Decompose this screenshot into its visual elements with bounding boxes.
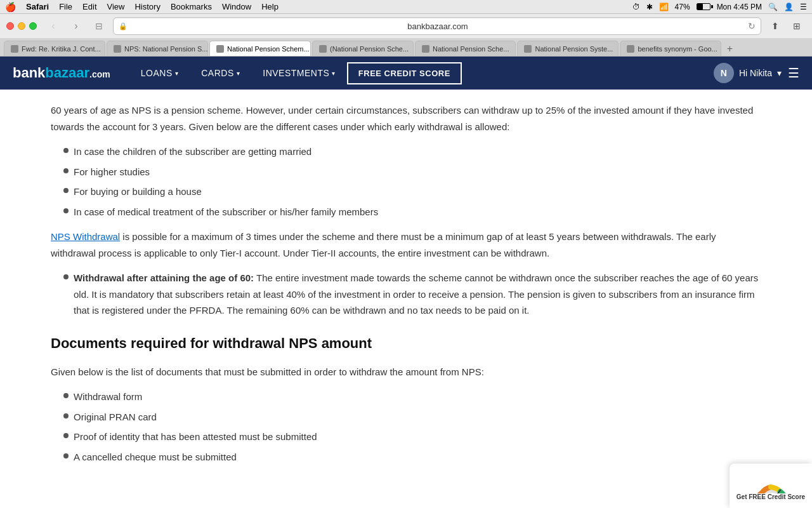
tab-favicon-5 bbox=[524, 45, 532, 53]
add-tab-button[interactable]: ⊞ bbox=[788, 17, 806, 35]
time-history-icon: ⏱ bbox=[632, 3, 640, 11]
investments-label: INVESTMENTS bbox=[263, 68, 329, 78]
user-icon[interactable]: 👤 bbox=[784, 3, 794, 11]
investments-nav-item[interactable]: INVESTMENTS ▾ bbox=[251, 57, 347, 90]
doc-dot-1 bbox=[63, 413, 69, 418]
credit-score-widget[interactable]: Get FREE Credit Score bbox=[730, 464, 812, 508]
window-menu[interactable]: Window bbox=[222, 2, 251, 11]
traffic-lights bbox=[6, 22, 37, 30]
list-icon[interactable]: ☰ bbox=[800, 3, 807, 11]
avatar: N bbox=[714, 63, 734, 83]
doc-text-2: Proof of identity that has been attested… bbox=[74, 429, 317, 445]
tab-4[interactable]: National Pension Sche... bbox=[415, 41, 516, 56]
back-button[interactable]: ‹ bbox=[44, 17, 62, 35]
tab-label-5: National Pension Syste... bbox=[535, 45, 613, 53]
intro-paragraph: 60 years of age as NPS is a pension sche… bbox=[51, 102, 761, 135]
withdrawal-age-bullets: Withdrawal after attaining the age of 60… bbox=[63, 270, 761, 319]
share-button[interactable]: ⬆ bbox=[766, 17, 784, 35]
navbar: bankbazaar.com LOANS ▾ CARDS ▾ INVESTMEN… bbox=[0, 57, 812, 90]
tab-label-6: benefits synonym - Goo... bbox=[638, 45, 717, 53]
bullet-dot-3 bbox=[63, 208, 69, 213]
loans-caret-icon: ▾ bbox=[175, 70, 179, 77]
early-withdrawal-bullets: In case the children of the subscriber a… bbox=[63, 144, 761, 220]
maximize-window-button[interactable] bbox=[29, 22, 37, 30]
doc-item-2: Proof of identity that has been attested… bbox=[63, 429, 761, 445]
history-menu[interactable]: History bbox=[134, 2, 160, 11]
minimize-window-button[interactable] bbox=[18, 22, 25, 30]
user-profile[interactable]: N Hi Nikita ▾ bbox=[714, 63, 782, 83]
gauge-chart bbox=[749, 471, 793, 493]
tab-2[interactable]: National Pension Schem... bbox=[209, 41, 311, 56]
nps-withdrawal-para: NPS Withdrawal is possible for a maximum… bbox=[51, 229, 761, 261]
doc-item-1: Original PRAN card bbox=[63, 409, 761, 425]
bullet-text-3: In case of medical treatment of the subs… bbox=[74, 204, 378, 220]
withdrawal-age-text: Withdrawal after attaining the age of 60… bbox=[74, 270, 761, 319]
doc-dot-3 bbox=[63, 453, 69, 458]
cards-nav-item[interactable]: CARDS ▾ bbox=[190, 57, 251, 90]
gauge-svg bbox=[749, 471, 793, 493]
investments-caret-icon: ▾ bbox=[332, 70, 336, 77]
tab-label-1: NPS: National Pension S... bbox=[124, 45, 207, 53]
tab-5[interactable]: National Pension Syste... bbox=[517, 41, 619, 56]
bullet-dot-1 bbox=[63, 168, 69, 173]
nav-right: N Hi Nikita ▾ ☰ bbox=[714, 63, 799, 83]
documents-section-heading: Documents required for withdrawal NPS am… bbox=[51, 331, 761, 355]
widget-label: Get FREE Credit Score bbox=[737, 493, 805, 500]
battery-text: 47% bbox=[675, 3, 690, 11]
cards-caret-icon: ▾ bbox=[237, 70, 240, 77]
tab-favicon-4 bbox=[422, 45, 429, 53]
free-credit-score-button[interactable]: FREE CREDIT SCORE bbox=[347, 62, 462, 84]
bullet-dot-0 bbox=[63, 148, 69, 153]
new-tab-button[interactable]: + bbox=[723, 42, 737, 56]
bullet-dot-age bbox=[63, 274, 69, 279]
doc-item-3: A cancelled cheque must be submitted bbox=[63, 449, 761, 465]
withdrawal-bold-title: Withdrawal after attaining the age of 60… bbox=[74, 272, 254, 283]
hamburger-icon[interactable]: ☰ bbox=[788, 65, 799, 81]
tab-3[interactable]: (National Pension Sche... bbox=[312, 41, 414, 56]
nav-items: LOANS ▾ CARDS ▾ INVESTMENTS ▾ FREE CREDI… bbox=[129, 57, 462, 90]
bluetooth-icon: ✱ bbox=[646, 3, 653, 11]
close-window-button[interactable] bbox=[6, 22, 14, 30]
main-content: 60 years of age as NPS is a pension sche… bbox=[0, 90, 812, 508]
user-caret-icon: ▾ bbox=[777, 68, 782, 78]
nps-withdrawal-link[interactable]: NPS Withdrawal bbox=[51, 231, 120, 242]
bullet-item-3: In case of medical treatment of the subs… bbox=[63, 204, 761, 220]
apple-menu[interactable]: 🍎 bbox=[5, 2, 16, 12]
tab-1[interactable]: NPS: National Pension S... bbox=[107, 41, 208, 56]
tab-favicon-3 bbox=[319, 45, 327, 53]
tabs-bar: Fwd: Re. Kritika J. Cont... NPS: Nationa… bbox=[0, 38, 812, 56]
doc-text-0: Withdrawal form bbox=[74, 389, 142, 405]
withdrawal-age-item: Withdrawal after attaining the age of 60… bbox=[63, 270, 761, 319]
doc-item-0: Withdrawal form bbox=[63, 389, 761, 405]
tab-favicon-2 bbox=[216, 45, 224, 53]
lock-icon: 🔒 bbox=[119, 22, 128, 30]
doc-dot-0 bbox=[63, 393, 69, 398]
address-bar[interactable]: 🔒 bankbazaar.com ↻ bbox=[113, 17, 761, 35]
tab-label-3: (National Pension Sche... bbox=[330, 45, 409, 53]
bookmarks-menu[interactable]: Bookmarks bbox=[171, 2, 212, 11]
withdrawal-para-text: is possible for a maximum of 3 times und… bbox=[51, 231, 716, 258]
loans-nav-item[interactable]: LOANS ▾ bbox=[129, 57, 190, 90]
view-menu[interactable]: View bbox=[107, 2, 125, 11]
bullet-text-1: For higher studies bbox=[74, 164, 150, 180]
file-menu[interactable]: File bbox=[59, 2, 72, 11]
sidebar-button[interactable]: ⊟ bbox=[90, 17, 108, 35]
forward-button[interactable]: › bbox=[67, 17, 85, 35]
bullet-dot-2 bbox=[63, 188, 69, 193]
browser-chrome: ‹ › ⊟ 🔒 bankbazaar.com ↻ ⬆ ⊞ Fwd: Re. Kr… bbox=[0, 14, 812, 57]
tab-6[interactable]: benefits synonym - Goo... bbox=[620, 41, 721, 56]
bankbazaar-logo[interactable]: bankbazaar.com bbox=[13, 65, 110, 81]
loans-label: LOANS bbox=[141, 68, 173, 78]
reload-button[interactable]: ↻ bbox=[748, 21, 756, 31]
search-icon[interactable]: 🔍 bbox=[768, 3, 778, 11]
tab-0[interactable]: Fwd: Re. Kritika J. Cont... bbox=[4, 41, 105, 56]
bullet-item-0: In case the children of the subscriber a… bbox=[63, 144, 761, 160]
bullet-text-2: For buying or building a house bbox=[74, 184, 202, 200]
documents-bullets: Withdrawal form Original PRAN card Proof… bbox=[63, 389, 761, 465]
safari-menu[interactable]: Safari bbox=[26, 2, 49, 11]
menu-bar: 🍎 Safari File Edit View History Bookmark… bbox=[0, 0, 812, 14]
edit-menu[interactable]: Edit bbox=[82, 2, 96, 11]
url-display: bankbazaar.com bbox=[130, 22, 745, 31]
bullet-item-1: For higher studies bbox=[63, 164, 761, 180]
help-menu[interactable]: Help bbox=[261, 2, 278, 11]
